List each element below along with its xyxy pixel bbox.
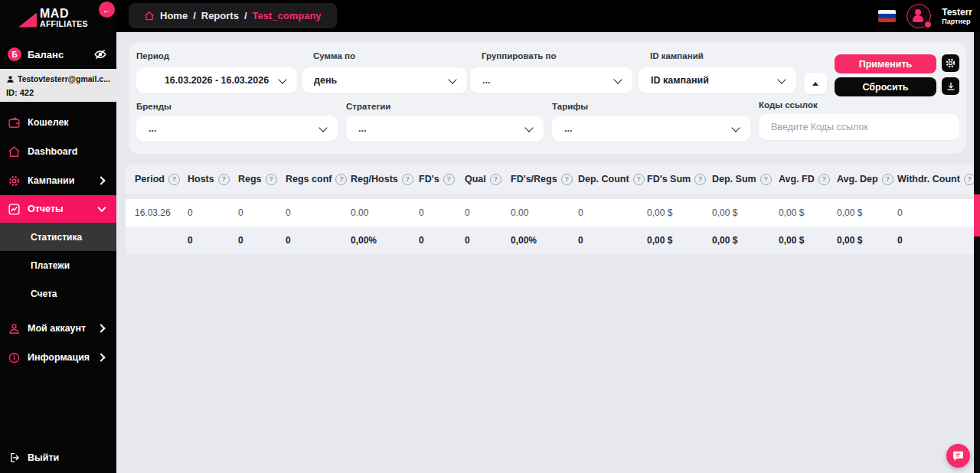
table-cell: 0 bbox=[276, 199, 341, 227]
period-label: Период bbox=[136, 51, 169, 60]
sidebar-item-label: Кошелек bbox=[28, 117, 69, 128]
chat-button[interactable] bbox=[946, 444, 970, 468]
period-select[interactable]: 16.03.2026 - 16.03.2026 bbox=[136, 67, 297, 93]
breadcrumb-separator: / bbox=[193, 10, 196, 21]
table-total-cell: 0,00% bbox=[501, 227, 569, 254]
sidebar-collapse-button[interactable]: ← bbox=[99, 2, 115, 18]
col-header-dep-count[interactable]: Dep. Count? bbox=[569, 165, 638, 199]
col-header-qual[interactable]: Qual? bbox=[456, 165, 501, 199]
table-total-row: 0000,00%000,00%00,00 $0,00 $0,00 $0,00 $… bbox=[126, 227, 974, 254]
eye-off-icon[interactable] bbox=[93, 47, 107, 61]
col-header-avg-dep[interactable]: Avg. Dep? bbox=[828, 165, 888, 199]
help-icon: ? bbox=[490, 174, 501, 185]
scrollbar-thumb[interactable] bbox=[974, 194, 980, 236]
settings-button[interactable] bbox=[942, 54, 959, 72]
brands-value: ... bbox=[136, 123, 156, 134]
table-cell: 0,00 $ bbox=[703, 199, 769, 227]
language-flag-ru[interactable] bbox=[878, 10, 896, 22]
col-header-regs-conf[interactable]: Regs conf? bbox=[276, 165, 341, 199]
sidebar-subitem-statistics[interactable]: Статистика bbox=[0, 223, 116, 251]
table-cell: 0,00 $ bbox=[769, 199, 828, 227]
account-box[interactable]: Testovtesterr@gmail.c... ID: 422 bbox=[0, 69, 116, 102]
col-header-label: Avg. Dep bbox=[837, 174, 878, 184]
col-header-period[interactable]: Period? bbox=[126, 165, 178, 199]
sidebar-subitem-accounts[interactable]: Счета bbox=[0, 279, 116, 308]
col-header-label: FD's Sum bbox=[647, 174, 691, 184]
chevron-right-icon bbox=[96, 176, 105, 184]
link-codes-field bbox=[759, 114, 959, 140]
download-button[interactable] bbox=[942, 77, 959, 95]
col-header-fd-s[interactable]: FD's? bbox=[410, 165, 456, 199]
avatar[interactable] bbox=[906, 4, 931, 28]
sidebar-item-label: Кампании bbox=[28, 175, 74, 186]
table-cell: 0,00 $ bbox=[638, 199, 703, 227]
breadcrumb-reports[interactable]: Reports bbox=[201, 10, 239, 21]
table-cell: 0 bbox=[229, 199, 276, 227]
link-codes-input[interactable] bbox=[759, 121, 943, 133]
sidebar: MAD AFFILIATES ← Б Баланс Testovtesterr@… bbox=[0, 0, 116, 473]
sum-by-select[interactable]: день bbox=[302, 67, 467, 93]
user-name: Testerr bbox=[942, 8, 972, 18]
col-header-label: Qual bbox=[465, 174, 486, 184]
info-icon bbox=[8, 351, 21, 364]
sidebar-item-label: Информация bbox=[28, 352, 90, 363]
user-block[interactable]: Testerr Партнер bbox=[942, 8, 972, 25]
col-header-fd-s-regs[interactable]: FD's/Regs? bbox=[501, 165, 569, 199]
sidebar-item-reports[interactable]: Отчеты bbox=[0, 195, 116, 223]
col-header-reg-hosts[interactable]: Reg/Hosts? bbox=[341, 165, 410, 199]
col-header-dep-sum[interactable]: Dep. Sum? bbox=[703, 165, 769, 199]
col-header-label: Dep. Sum bbox=[712, 174, 756, 184]
breadcrumb-separator: / bbox=[244, 10, 247, 21]
campaign-ids-select[interactable]: ID кампаний bbox=[639, 67, 796, 93]
logout-button[interactable]: Выйти bbox=[9, 452, 59, 464]
col-header-hosts[interactable]: Hosts? bbox=[178, 165, 229, 199]
help-icon: ? bbox=[964, 174, 974, 185]
sidebar-item-wallet[interactable]: Кошелек bbox=[0, 108, 116, 137]
sidebar-item-campaigns[interactable]: Кампании bbox=[0, 166, 116, 195]
chevron-down-icon bbox=[318, 123, 327, 132]
strategies-select[interactable]: ... bbox=[346, 116, 544, 142]
group-by-select[interactable]: ... bbox=[470, 67, 632, 93]
help-icon: ? bbox=[266, 174, 277, 185]
home-icon bbox=[144, 11, 155, 21]
table-total-cell: 0 bbox=[178, 227, 229, 254]
avatar-status-dot bbox=[924, 21, 932, 28]
col-header-label: Avg. FD bbox=[779, 174, 815, 184]
sidebar-subitem-payments[interactable]: Платежи bbox=[0, 251, 116, 279]
help-icon: ? bbox=[402, 174, 413, 185]
sidebar-item-label: Отчеты bbox=[28, 204, 64, 214]
help-icon: ? bbox=[633, 174, 645, 185]
breadcrumb: Home / Reports / Test_company bbox=[129, 3, 337, 28]
col-header-label: Reg/Hosts bbox=[351, 174, 398, 184]
chevron-right-icon bbox=[96, 324, 105, 332]
breadcrumb-home[interactable]: Home bbox=[160, 10, 188, 21]
chevron-down-icon bbox=[613, 75, 622, 83]
apply-button[interactable]: Применить bbox=[835, 54, 936, 73]
vertical-scrollbar[interactable] bbox=[974, 32, 980, 473]
sidebar-item-dashboard[interactable]: Dashboard bbox=[0, 137, 116, 166]
col-header-avg-fd[interactable]: Avg. FD? bbox=[769, 165, 828, 199]
stats-table: Period?Hosts?Regs?Regs conf?Reg/Hosts?FD… bbox=[126, 165, 974, 254]
col-header-label: Period bbox=[135, 174, 165, 184]
tariffs-select[interactable]: ... bbox=[552, 116, 750, 142]
table-cell: 0 bbox=[410, 199, 456, 227]
sidebar-item-label: Мой аккаунт bbox=[28, 323, 86, 334]
table-row: 16.03.260000.00000.0000,00 $0,00 $0,00 $… bbox=[126, 199, 974, 227]
tariffs-label: Тарифы bbox=[552, 102, 588, 111]
balance-row: Б Баланс bbox=[0, 43, 116, 66]
collapse-filters-button[interactable] bbox=[804, 73, 827, 94]
col-header-regs[interactable]: Regs? bbox=[229, 165, 276, 199]
table-cell: 0 bbox=[456, 199, 501, 227]
person-icon bbox=[6, 75, 15, 83]
sidebar-item-my-account[interactable]: Мой аккаунт bbox=[0, 314, 116, 343]
download-icon bbox=[946, 81, 956, 92]
filters-panel: Период Сумма по Группировать по ID кампа… bbox=[129, 42, 966, 154]
reset-button[interactable]: Сбросить bbox=[835, 77, 936, 96]
brands-select[interactable]: ... bbox=[136, 116, 338, 142]
col-header-withdr-count[interactable]: Withdr. Count? bbox=[888, 165, 974, 199]
col-header-fd-s-sum[interactable]: FD's Sum? bbox=[638, 165, 703, 199]
col-header-label: Regs conf bbox=[286, 174, 332, 184]
table-cell: 16.03.26 bbox=[126, 199, 178, 227]
chevron-down-icon bbox=[97, 204, 106, 212]
sidebar-item-information[interactable]: Информация bbox=[0, 343, 116, 372]
